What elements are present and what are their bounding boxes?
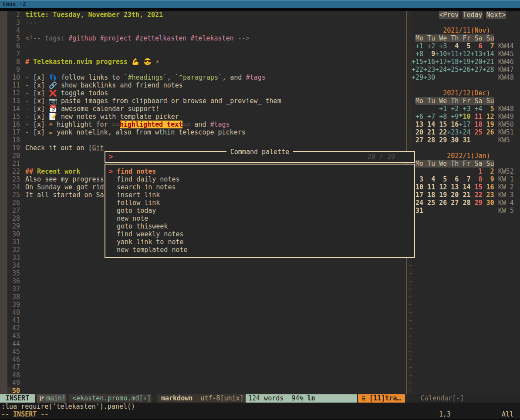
calendar-day-cell[interactable]: 28 (423, 136, 435, 144)
calendar-day-cell[interactable]: +23 (423, 66, 435, 74)
palette-item[interactable]: new templated note (105, 246, 414, 254)
git-branch-segment[interactable]: main! (37, 394, 66, 403)
calendar-day-cell[interactable]: 21 (423, 128, 435, 136)
palette-item[interactable]: new note (105, 215, 414, 222)
palette-item[interactable]: yank link to note (105, 238, 414, 246)
calendar-day-cell[interactable]: +9 (447, 113, 459, 121)
editor-line[interactable]: 7 (0, 50, 405, 58)
calendar-day-cell[interactable]: +29 (412, 74, 423, 81)
calendar-day-cell[interactable]: +30 (423, 74, 435, 81)
calendar-day-cell[interactable]: +21 (483, 58, 494, 66)
calendar-day-cell[interactable]: 2 (483, 168, 494, 175)
calendar-day-cell[interactable]: +12 (459, 50, 470, 58)
calendar-day-cell[interactable]: +6 (412, 113, 423, 121)
calendar-day-cell[interactable]: +11 (447, 50, 459, 58)
calendar-day-cell[interactable]: 12 (435, 183, 447, 191)
calendar-day-cell[interactable]: +16 (423, 58, 435, 66)
calendar-day-cell[interactable]: 28 (459, 199, 470, 207)
calendar-day-cell[interactable]: 9 (483, 175, 494, 183)
calendar-day-cell[interactable]: +28 (483, 66, 494, 74)
calendar-day-cell[interactable]: 14 (459, 183, 470, 191)
editor-line[interactable]: 43 (0, 332, 405, 340)
calendar-day-cell[interactable]: +2 (447, 105, 459, 113)
calendar-day-cell[interactable]: +25 (447, 66, 459, 74)
calendar-today-button[interactable]: Today (463, 11, 482, 19)
calendar-day-cell[interactable]: 16 (447, 121, 459, 128)
palette-item[interactable]: goto today (105, 207, 414, 215)
calendar-day-cell[interactable]: 26 (483, 128, 494, 136)
editor-line[interactable]: 47 (0, 363, 405, 371)
editor-line[interactable]: 44 (0, 340, 405, 348)
calendar-day-cell[interactable]: +23 (447, 128, 459, 136)
calendar-day-cell[interactable]: +22 (412, 66, 423, 74)
calendar-day-cell[interactable]: +2 (423, 42, 435, 50)
calendar-day-cell[interactable]: +27 (470, 66, 482, 74)
calendar-day-cell[interactable]: +15 (412, 58, 423, 66)
editor-line[interactable]: 11- [x] 🔗 show backlinks and friend note… (0, 81, 405, 89)
editor-line[interactable]: 8# Telekasten.nvim progress 💪 😎 ⚡ (0, 58, 405, 66)
calendar-day-cell[interactable]: 31 (459, 136, 470, 144)
calendar-day-cell[interactable]: 23 (483, 191, 494, 199)
editor-line[interactable]: 41 (0, 316, 405, 324)
calendar-day-cell[interactable]: 1 (470, 168, 482, 175)
palette-item[interactable]: goto thisweek (105, 222, 414, 230)
calendar-day-cell[interactable]: +17 (435, 58, 447, 66)
editor-line[interactable]: 40 (0, 309, 405, 316)
calendar-day-cell[interactable]: 27 (412, 136, 423, 144)
calendar-day-cell[interactable]: +13 (470, 50, 482, 58)
editor-line[interactable]: 4 (0, 27, 405, 34)
calendar-prev-button[interactable]: <Prev (439, 11, 459, 19)
calendar-day-cell[interactable]: 19 (435, 191, 447, 199)
editor-line[interactable]: 15- [x] 📝 new notes with template picker (0, 113, 405, 121)
editor-line[interactable]: 13- [x] 📷 paste images from clipboard or… (0, 97, 405, 105)
calendar-day-cell[interactable]: 27 (447, 199, 459, 207)
calendar-day-cell[interactable]: 18 (423, 191, 435, 199)
window-titlebar[interactable]: tmux -2 (0, 0, 520, 8)
calendar-day-cell[interactable]: +3 (435, 42, 447, 50)
calendar-day-cell[interactable]: 7 (483, 42, 494, 50)
calendar-day-cell[interactable]: 18 (470, 121, 482, 128)
calendar-day-cell[interactable]: 20 (447, 191, 459, 199)
filename-segment[interactable]: <ekasten.promo.md[+] (69, 394, 152, 403)
editor-line[interactable]: 12- [x] ❌ toggle todos (0, 89, 405, 97)
calendar-day-cell[interactable]: +20 (470, 58, 482, 66)
editor-line[interactable]: 42 (0, 324, 405, 332)
calendar-day-cell[interactable]: +8 (435, 113, 447, 121)
calendar-day-cell[interactable]: 29 (470, 199, 482, 207)
calendar-day-cell[interactable]: 9 (423, 50, 435, 58)
calendar-day-cell[interactable]: 11 (423, 183, 435, 191)
calendar-day-cell[interactable]: 29 (435, 136, 447, 144)
calendar-day-cell[interactable]: +24 (459, 128, 470, 136)
editor-line[interactable]: 17- [x] ✏ yank notelink, also from wthin… (0, 128, 405, 136)
calendar-day-cell[interactable]: 5 (435, 175, 447, 183)
calendar-day-cell[interactable]: 14 (423, 121, 435, 128)
calendar-day-cell[interactable]: 15 (470, 183, 482, 191)
calendar-day-cell[interactable]: +18 (447, 58, 459, 66)
editor-line[interactable]: 50 (0, 387, 405, 395)
editor-line[interactable]: 35 (0, 269, 405, 277)
editor-line[interactable]: 3--- (0, 19, 405, 27)
calendar-day-cell[interactable]: 22 (435, 128, 447, 136)
editor-line[interactable]: 16- [x] ☀ highlight for ==highlighted te… (0, 121, 405, 128)
editor-line[interactable]: 38 (0, 293, 405, 301)
calendar-day-cell[interactable]: 6 (447, 175, 459, 183)
tab-segment[interactable]: ≡ [11]tra… (358, 394, 405, 403)
palette-item[interactable]: follow link (105, 199, 414, 207)
calendar-day-cell[interactable]: 15 (435, 121, 447, 128)
palette-item[interactable]: >find notes (105, 168, 414, 175)
calendar-day-cell[interactable]: +10 (435, 50, 447, 58)
command-palette-prompt-box[interactable]: Command palette > 20 / 20 (105, 151, 415, 163)
calendar-day-cell[interactable]: 4 (423, 175, 435, 183)
editor-line[interactable]: 9 (0, 66, 405, 74)
calendar-day-cell[interactable]: +14 (483, 50, 494, 58)
editor-line[interactable]: 5<!-- tags: #github #project #zettelkast… (0, 34, 405, 42)
calendar-day-cell[interactable]: 19 (483, 121, 494, 128)
calendar-day-cell[interactable]: +19 (459, 58, 470, 66)
palette-item[interactable]: insert link (105, 191, 414, 199)
calendar-day-cell[interactable]: 6 (470, 42, 482, 50)
calendar-day-cell[interactable]: +1 (412, 42, 423, 50)
calendar-day-cell[interactable]: 5 (483, 105, 494, 113)
calendar-day-cell[interactable]: +8 (412, 50, 423, 58)
calendar-day-cell[interactable]: 5 (459, 42, 470, 50)
palette-item[interactable]: search in notes (105, 183, 414, 191)
